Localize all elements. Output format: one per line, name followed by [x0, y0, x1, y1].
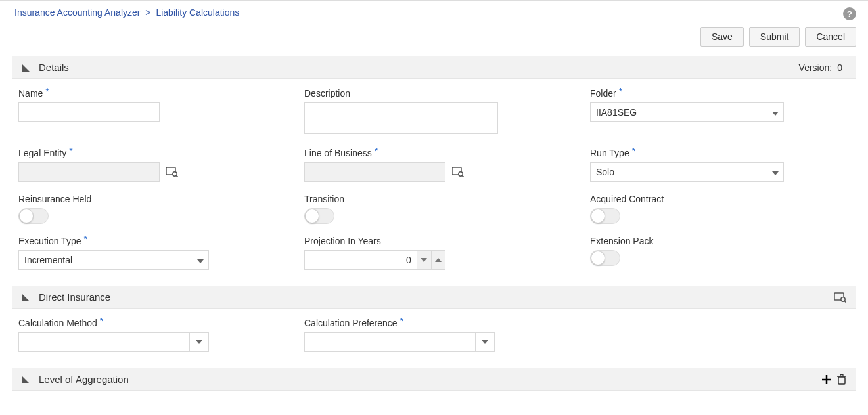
- reinsurance-label: Reinsurance Held: [18, 194, 278, 204]
- svg-line-7: [462, 175, 463, 177]
- legal-entity-label: Legal Entity*: [18, 148, 278, 158]
- svg-point-14: [841, 297, 845, 301]
- save-button[interactable]: Save: [700, 27, 744, 47]
- exec-type-label: Execution Type*: [18, 236, 278, 246]
- help-icon[interactable]: ?: [843, 7, 856, 20]
- version-label: Version:: [799, 62, 833, 73]
- name-input[interactable]: [18, 102, 160, 122]
- description-input[interactable]: [304, 102, 498, 134]
- breadcrumb-root[interactable]: Insurance Accounting Analyzer: [14, 7, 140, 18]
- delete-icon[interactable]: [837, 374, 846, 385]
- folder-select[interactable]: [590, 102, 784, 122]
- exec-type-select[interactable]: [18, 250, 209, 270]
- svg-marker-10: [421, 258, 427, 262]
- section-header-agg[interactable]: Level of Aggregation: [12, 368, 856, 391]
- calc-method-input[interactable]: [18, 332, 189, 352]
- lookup-icon[interactable]: [452, 167, 464, 177]
- description-label: Description: [304, 88, 564, 98]
- section-header-direct[interactable]: Direct Insurance: [12, 286, 856, 309]
- svg-point-6: [459, 172, 463, 176]
- section-title-agg: Level of Aggregation: [39, 374, 821, 385]
- lookup-icon[interactable]: [834, 292, 846, 303]
- collapse-icon[interactable]: [22, 376, 30, 383]
- calc-pref-input[interactable]: [304, 332, 475, 352]
- svg-rect-21: [838, 377, 845, 384]
- svg-line-15: [844, 301, 846, 302]
- add-icon[interactable]: [821, 374, 832, 385]
- section-title-details: Details: [39, 62, 799, 73]
- svg-marker-11: [435, 258, 442, 262]
- svg-point-3: [173, 172, 177, 176]
- run-type-select[interactable]: [590, 162, 784, 182]
- ext-pack-label: Extension Pack: [590, 236, 850, 246]
- transition-toggle[interactable]: [304, 208, 334, 224]
- acquired-toggle[interactable]: [590, 208, 620, 224]
- acquired-label: Acquired Contract: [590, 194, 850, 204]
- section-title-direct: Direct Insurance: [39, 292, 834, 303]
- breadcrumb-current[interactable]: Liability Calculations: [156, 7, 239, 18]
- details-form: Name* Description Folder*: [12, 88, 856, 286]
- svg-marker-17: [482, 340, 488, 344]
- ext-pack-toggle[interactable]: [590, 250, 620, 266]
- submit-button[interactable]: Submit: [749, 27, 800, 47]
- calc-pref-label: Calculation Preference*: [304, 318, 564, 328]
- proj-step-up[interactable]: [431, 250, 445, 270]
- action-bar: Save Submit Cancel: [0, 20, 868, 56]
- name-label: Name*: [18, 88, 278, 98]
- svg-rect-23: [840, 374, 843, 376]
- collapse-icon[interactable]: [22, 294, 30, 301]
- calc-method-label: Calculation Method*: [18, 318, 278, 328]
- cancel-button[interactable]: Cancel: [805, 27, 856, 47]
- folder-label: Folder*: [590, 88, 850, 98]
- svg-marker-0: [22, 64, 30, 72]
- transition-label: Transition: [304, 194, 564, 204]
- reinsurance-toggle[interactable]: [18, 208, 49, 224]
- lob-label: Line of Business*: [304, 148, 564, 158]
- calc-pref-dropdown[interactable]: [475, 332, 495, 352]
- version-value: 0: [837, 62, 842, 73]
- legal-entity-input[interactable]: [18, 162, 160, 182]
- lookup-icon[interactable]: [166, 167, 178, 177]
- svg-line-4: [176, 175, 177, 177]
- proj-label: Projection In Years: [304, 236, 564, 246]
- direct-form: Calculation Method* Calculation Preferen…: [12, 318, 856, 368]
- section-header-details[interactable]: Details Version: 0: [12, 56, 856, 79]
- collapse-icon[interactable]: [22, 64, 30, 72]
- svg-marker-16: [196, 340, 202, 344]
- breadcrumb-sep: >: [145, 7, 150, 18]
- proj-step-down[interactable]: [417, 250, 431, 270]
- svg-marker-18: [22, 376, 30, 383]
- lob-input[interactable]: [304, 162, 445, 182]
- svg-marker-12: [22, 294, 30, 301]
- breadcrumb: Insurance Accounting Analyzer > Liabilit…: [14, 5, 843, 18]
- run-type-label: Run Type*: [590, 148, 850, 158]
- proj-input[interactable]: [304, 250, 417, 270]
- calc-method-dropdown[interactable]: [189, 332, 209, 352]
